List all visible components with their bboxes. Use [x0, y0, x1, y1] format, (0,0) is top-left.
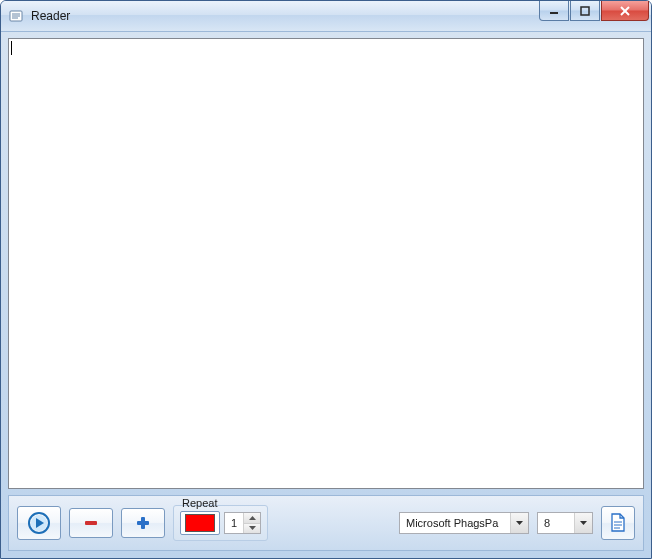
play-icon [28, 512, 50, 534]
svg-rect-5 [581, 7, 589, 15]
chevron-down-icon [580, 521, 587, 525]
document-button[interactable] [601, 506, 635, 540]
font-select-arrow[interactable] [510, 513, 528, 533]
svg-marker-15 [249, 526, 256, 530]
bottom-toolbar: Repeat 1 [8, 495, 644, 551]
color-swatch [185, 514, 215, 532]
svg-marker-17 [580, 521, 587, 525]
minimize-icon [549, 6, 559, 16]
minus-button[interactable] [69, 508, 113, 538]
svg-marker-14 [249, 516, 256, 520]
font-select[interactable]: Microsoft PhagsPa [399, 512, 529, 534]
app-window: Reader [0, 0, 652, 559]
font-select-value: Microsoft PhagsPa [400, 517, 510, 529]
spinner-down-button[interactable] [244, 524, 260, 534]
color-button[interactable] [180, 511, 220, 535]
window-controls [538, 1, 649, 31]
chevron-down-icon [249, 526, 256, 530]
play-button[interactable] [17, 506, 61, 540]
repeat-spinner[interactable]: 1 [224, 512, 261, 534]
document-icon [609, 513, 627, 533]
text-input[interactable] [8, 38, 644, 489]
client-area: Repeat 1 [8, 38, 644, 551]
svg-rect-11 [85, 521, 97, 525]
svg-marker-16 [516, 521, 523, 525]
svg-rect-4 [550, 12, 558, 14]
repeat-group: Repeat 1 [173, 505, 268, 541]
minimize-button[interactable] [539, 1, 569, 21]
text-caret [11, 41, 12, 55]
repeat-value: 1 [225, 513, 244, 533]
size-select[interactable]: 8 [537, 512, 593, 534]
title-bar[interactable]: Reader [1, 1, 651, 32]
repeat-label: Repeat [180, 497, 219, 509]
close-button[interactable] [601, 1, 649, 21]
window-title: Reader [31, 9, 538, 23]
app-icon [9, 8, 25, 24]
svg-rect-13 [141, 517, 145, 529]
close-icon [619, 6, 631, 16]
maximize-icon [580, 6, 590, 16]
plus-icon [134, 514, 152, 532]
size-select-value: 8 [538, 517, 574, 529]
chevron-down-icon [516, 521, 523, 525]
plus-button[interactable] [121, 508, 165, 538]
minus-icon [82, 514, 100, 532]
chevron-up-icon [249, 516, 256, 520]
size-select-arrow[interactable] [574, 513, 592, 533]
spinner-up-button[interactable] [244, 513, 260, 524]
maximize-button[interactable] [570, 1, 600, 21]
